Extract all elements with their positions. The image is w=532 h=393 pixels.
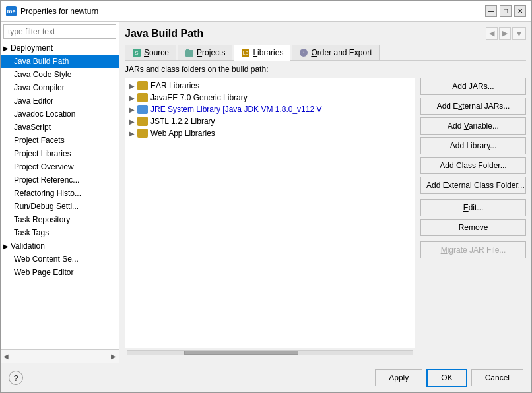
- lib-jar-icon: [137, 105, 148, 114]
- sidebar-item-javadoc-location[interactable]: Javadoc Location: [1, 107, 119, 121]
- projects-tab-label: Projects: [197, 48, 225, 57]
- source-tab-label: Source: [144, 48, 169, 57]
- add-jars-button[interactable]: Add JARs...: [420, 78, 526, 95]
- lib-expand-icon: ▶: [129, 106, 135, 113]
- library-item-ear-lib[interactable]: ▶EAR Libraries: [127, 80, 413, 92]
- dialog-body: ▶DeploymentJava Build PathJava Code Styl…: [1, 22, 531, 363]
- add-variable-button[interactable]: Add Variable...: [420, 117, 526, 135]
- library-panel: ▶EAR Libraries▶JavaEE 7.0 Generic Librar…: [125, 78, 415, 357]
- add-external-jars-button[interactable]: Add External JARs...: [420, 98, 526, 115]
- sidebar-item-project-facets[interactable]: Project Facets: [1, 134, 119, 147]
- sidebar-item-refactoring-history[interactable]: Refactoring Histo...: [1, 187, 119, 200]
- svg-rect-13: [140, 106, 145, 109]
- scroll-track: [127, 350, 413, 355]
- sidebar-item-label: JavaScript: [14, 123, 51, 132]
- help-button[interactable]: ?: [9, 371, 23, 385]
- main-header: Java Build Path ◀ ▶ ▼: [125, 27, 526, 40]
- close-button[interactable]: ✕: [514, 5, 526, 17]
- sidebar: ▶DeploymentJava Build PathJava Code Styl…: [1, 22, 119, 363]
- sidebar-item-java-build-path[interactable]: Java Build Path: [1, 55, 119, 68]
- sidebar-item-label: Web Page Editor: [14, 268, 74, 277]
- library-item-javaee-lib[interactable]: ▶JavaEE 7.0 Generic Library: [127, 92, 413, 104]
- scroll-right-icon[interactable]: ▶: [111, 353, 116, 360]
- sidebar-item-project-overview[interactable]: Project Overview: [1, 160, 119, 173]
- remove-button[interactable]: Remove: [420, 219, 526, 236]
- library-item-jstl-lib[interactable]: ▶JSTL 1.2.2 Library: [127, 115, 413, 127]
- sidebar-item-label: Java Build Path: [14, 57, 69, 66]
- order-and-export-tab-icon: ↑: [299, 48, 308, 57]
- app-icon: me: [6, 6, 17, 16]
- sidebar-item-project-references[interactable]: Project Referenc...: [1, 173, 119, 187]
- nav-back-button[interactable]: ◀: [486, 27, 498, 40]
- libraries-tab-icon: LB: [241, 48, 250, 57]
- sidebar-item-label: Java Compiler: [14, 83, 65, 92]
- buttons-panel: Add JARs...Add External JARs...Add Varia…: [420, 78, 526, 357]
- sidebar-item-label: Project Facets: [14, 136, 65, 145]
- filter-input[interactable]: [3, 24, 116, 39]
- nav-dropdown-button[interactable]: ▼: [512, 27, 526, 40]
- sidebar-item-web-content-settings[interactable]: Web Content Se...: [1, 253, 119, 266]
- lib-expand-icon: ▶: [129, 94, 135, 102]
- migrate-jar-button: Migrate JAR File...: [420, 241, 526, 258]
- sidebar-item-java-code-style[interactable]: Java Code Style: [1, 68, 119, 81]
- sidebar-item-java-compiler[interactable]: Java Compiler: [1, 81, 119, 94]
- dialog-footer: ? Apply OK Cancel: [1, 363, 531, 392]
- sidebar-item-web-page-editor[interactable]: Web Page Editor: [1, 266, 119, 279]
- sidebar-item-label: Project Overview: [14, 162, 74, 171]
- title-bar: me Properties for newturn — □ ✕: [1, 1, 531, 22]
- lib-expand-icon: ▶: [129, 130, 135, 137]
- sidebar-item-task-tags[interactable]: Task Tags: [1, 226, 119, 239]
- lib-jar-icon: [137, 93, 148, 102]
- svg-rect-15: [140, 118, 145, 121]
- add-class-folder-button[interactable]: Add Class Folder...: [420, 157, 526, 174]
- tab-projects[interactable]: Projects: [178, 45, 232, 60]
- footer-left: ?: [9, 371, 23, 385]
- sidebar-item-deployment[interactable]: ▶Deployment: [1, 42, 119, 55]
- minimize-button[interactable]: —: [485, 5, 497, 17]
- library-label: JRE System Library [Java JDK VM 1.8.0_v1…: [150, 105, 321, 114]
- cancel-button[interactable]: Cancel: [471, 369, 523, 386]
- nav-forward-button[interactable]: ▶: [499, 27, 511, 40]
- sidebar-item-run-debug-settings[interactable]: Run/Debug Setti...: [1, 200, 119, 213]
- main-content: Java Build Path ◀ ▶ ▼ SSourceProjectsLBL…: [119, 22, 531, 363]
- library-label: EAR Libraries: [150, 81, 199, 90]
- content-area: ▶EAR Libraries▶JavaEE 7.0 Generic Librar…: [125, 78, 526, 357]
- sidebar-item-task-repository[interactable]: Task Repository: [1, 213, 119, 226]
- tabs-container: SSourceProjectsLBLibraries↑Order and Exp…: [125, 45, 526, 61]
- sidebar-item-java-editor[interactable]: Java Editor: [1, 94, 119, 107]
- sidebar-item-validation[interactable]: ▶Validation: [1, 239, 119, 253]
- library-item-webapp-lib[interactable]: ▶Web App Libraries: [127, 127, 413, 139]
- library-item-jre-lib[interactable]: ▶JRE System Library [Java JDK VM 1.8.0_v…: [127, 104, 413, 115]
- edit-button[interactable]: Edit...: [420, 199, 526, 216]
- maximize-button[interactable]: □: [500, 5, 512, 17]
- svg-rect-9: [140, 82, 145, 85]
- horizontal-scrollbar[interactable]: [125, 348, 415, 357]
- nav-buttons: ◀ ▶ ▼: [486, 27, 526, 40]
- sidebar-item-label: Java Editor: [14, 96, 53, 106]
- scroll-left-icon[interactable]: ◀: [3, 353, 9, 360]
- scroll-thumb[interactable]: [184, 351, 298, 355]
- svg-text:S: S: [135, 50, 138, 56]
- expand-arrow-icon: ▶: [3, 45, 9, 52]
- sidebar-item-javascript[interactable]: JavaScript: [1, 121, 119, 134]
- sidebar-item-label: Deployment: [11, 44, 53, 53]
- sidebar-item-project-libraries[interactable]: Project Libraries: [1, 147, 119, 160]
- add-library-button[interactable]: Add Library...: [420, 137, 526, 154]
- apply-button[interactable]: Apply: [375, 369, 422, 386]
- sidebar-item-label: Project Libraries: [14, 149, 71, 158]
- lib-expand-icon: ▶: [129, 82, 135, 90]
- sidebar-item-label: Run/Debug Setti...: [14, 202, 79, 211]
- tab-order-and-export[interactable]: ↑Order and Export: [292, 45, 379, 60]
- tab-source[interactable]: SSource: [125, 45, 176, 60]
- tab-libraries[interactable]: LBLibraries: [234, 45, 290, 61]
- ok-button[interactable]: OK: [426, 369, 467, 387]
- add-external-class-folder-button[interactable]: Add External Class Folder...: [420, 177, 526, 194]
- properties-dialog: me Properties for newturn — □ ✕ ▶Deploym…: [0, 0, 532, 393]
- sidebar-item-label: Refactoring Histo...: [14, 189, 81, 198]
- libraries-tab-label: Libraries: [253, 48, 283, 57]
- svg-text:↑: ↑: [302, 50, 305, 56]
- lib-jar-icon: [137, 129, 148, 138]
- lib-expand-icon: ▶: [129, 118, 135, 125]
- svg-rect-17: [140, 130, 145, 133]
- sidebar-item-label: Task Tags: [14, 228, 49, 237]
